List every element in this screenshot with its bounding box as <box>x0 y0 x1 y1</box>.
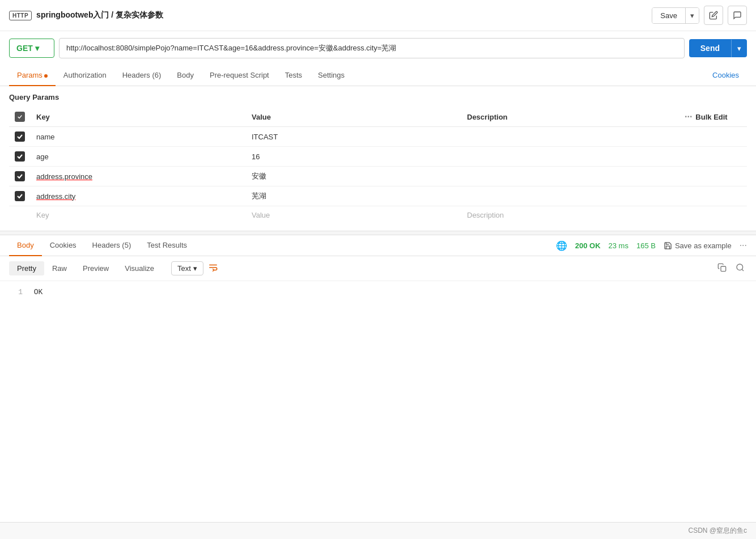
fmt-tab-visualize[interactable]: Visualize <box>117 261 162 275</box>
table-row: address.province 安徽 <box>9 167 747 186</box>
tab-headers[interactable]: Headers (6) <box>114 65 169 86</box>
resp-tab-cookies-label: Cookies <box>50 241 77 249</box>
row-key[interactable]: name <box>31 127 246 147</box>
search-button[interactable] <box>733 261 747 276</box>
row-checkbox[interactable] <box>15 171 25 181</box>
row-key[interactable]: address.province <box>31 167 246 186</box>
key-underlined: address.province <box>36 172 92 181</box>
text-type-label: Text <box>177 264 191 273</box>
text-type-dropdown[interactable]: Text ▾ <box>171 261 203 275</box>
new-key-placeholder: Key <box>36 211 49 219</box>
check-icon <box>16 133 23 140</box>
row-actions <box>679 127 747 147</box>
method-label: GET <box>16 44 33 53</box>
row-actions <box>679 147 747 167</box>
save-button[interactable]: Save <box>652 8 685 23</box>
new-row-actions <box>679 206 747 224</box>
http-badge: HTTP <box>9 11 32 20</box>
row-checkbox-col <box>9 167 31 186</box>
row-value[interactable]: 芜湖 <box>246 186 461 206</box>
send-button[interactable]: Send <box>689 39 731 57</box>
response-status-bar: 🌐 200 OK 23 ms 165 B Save as example ··· <box>556 240 747 251</box>
new-desc-placeholder: Description <box>467 211 504 219</box>
send-dropdown-button[interactable]: ▾ <box>731 40 747 57</box>
params-table: Key Value Description ··· Bulk Edit <box>9 107 747 224</box>
section-divider <box>0 231 756 235</box>
row-actions <box>679 186 747 206</box>
tab-authorization[interactable]: Authorization <box>56 65 114 86</box>
tab-authorization-label: Authorization <box>63 71 107 79</box>
row-description[interactable] <box>461 147 679 167</box>
fmt-tab-visualize-label: Visualize <box>125 264 154 273</box>
row-checkbox[interactable] <box>15 191 25 201</box>
bulk-edit-label[interactable]: Bulk Edit <box>695 113 727 121</box>
top-bar-left: HTTP springbootweb入门 / 复杂实体参数 <box>9 10 163 20</box>
tab-params-label: Params <box>17 71 43 79</box>
wrap-lines-icon <box>208 262 218 273</box>
row-key[interactable]: age <box>31 147 246 167</box>
resp-tab-test-results[interactable]: Test Results <box>139 235 195 256</box>
tab-cookies[interactable]: Cookies <box>704 65 747 86</box>
fmt-tab-pretty[interactable]: Pretty <box>9 261 44 275</box>
row-value[interactable]: 安徽 <box>246 167 461 186</box>
status-ok-badge: 200 OK <box>575 241 601 250</box>
header-bulk: ··· Bulk Edit <box>679 107 747 127</box>
check-icon <box>16 153 23 160</box>
word-wrap-icon[interactable] <box>208 262 218 275</box>
tab-pre-request-label: Pre-request Script <box>210 71 269 79</box>
new-row-description[interactable]: Description <box>461 206 679 224</box>
row-key[interactable]: address.city <box>31 186 246 206</box>
resp-tab-body-label: Body <box>17 241 34 249</box>
tab-tests-label: Tests <box>285 71 302 79</box>
header-checkbox[interactable] <box>15 112 25 122</box>
response-more-icon[interactable]: ··· <box>740 240 747 251</box>
tab-body[interactable]: Body <box>169 65 202 86</box>
copy-button[interactable] <box>715 261 729 276</box>
bulk-edit-area: ··· Bulk Edit <box>685 112 741 122</box>
new-value-placeholder: Value <box>252 211 270 219</box>
row-checkbox-col <box>9 186 31 206</box>
tab-settings[interactable]: Settings <box>310 65 352 86</box>
new-row-value[interactable]: Value <box>246 206 461 224</box>
header-value: Value <box>246 107 461 127</box>
row-checkbox-col <box>9 127 31 147</box>
save-as-example-button[interactable]: Save as example <box>664 241 732 250</box>
status-time: 23 ms <box>609 241 628 250</box>
send-button-group: Send ▾ <box>689 39 747 57</box>
response-body: 1 OK <box>0 281 756 303</box>
new-row-key[interactable]: Key <box>31 206 246 224</box>
comment-button[interactable] <box>728 6 747 25</box>
tab-tests[interactable]: Tests <box>277 65 310 86</box>
breadcrumb-current: 复杂实体参数 <box>116 10 163 19</box>
row-checkbox-col <box>9 147 31 167</box>
save-icon <box>664 241 672 250</box>
resp-tab-headers[interactable]: Headers (5) <box>84 235 139 256</box>
edit-button[interactable] <box>704 6 723 25</box>
row-description[interactable] <box>461 186 679 206</box>
method-select[interactable]: GET ▾ <box>9 39 54 58</box>
row-value[interactable]: ITCAST <box>246 127 461 147</box>
table-row: age 16 <box>9 147 747 167</box>
row-actions <box>679 167 747 186</box>
fmt-tab-raw[interactable]: Raw <box>44 261 75 275</box>
new-row-checkbox-col <box>9 206 31 224</box>
top-bar: HTTP springbootweb入门 / 复杂实体参数 Save ▾ <box>0 0 756 31</box>
fmt-tab-preview[interactable]: Preview <box>75 261 117 275</box>
resp-tab-body[interactable]: Body <box>9 235 42 256</box>
tab-pre-request[interactable]: Pre-request Script <box>202 65 277 86</box>
row-checkbox[interactable] <box>15 151 25 162</box>
tab-params[interactable]: Params <box>9 65 56 86</box>
row-value[interactable]: 16 <box>246 147 461 167</box>
url-input[interactable]: http://localhost:8080/simplePojo?name=IT… <box>59 38 685 58</box>
svg-point-2 <box>737 264 743 270</box>
row-checkbox[interactable] <box>15 131 25 142</box>
row-description[interactable] <box>461 127 679 147</box>
check-icon <box>16 193 23 200</box>
row-description[interactable] <box>461 167 679 186</box>
save-dropdown-button[interactable]: ▾ <box>685 8 699 23</box>
copy-icon <box>717 263 727 272</box>
params-table-header: Key Value Description ··· Bulk Edit <box>9 107 747 127</box>
resp-tab-cookies[interactable]: Cookies <box>42 235 84 256</box>
pencil-icon <box>709 11 718 20</box>
more-icon[interactable]: ··· <box>685 112 692 122</box>
